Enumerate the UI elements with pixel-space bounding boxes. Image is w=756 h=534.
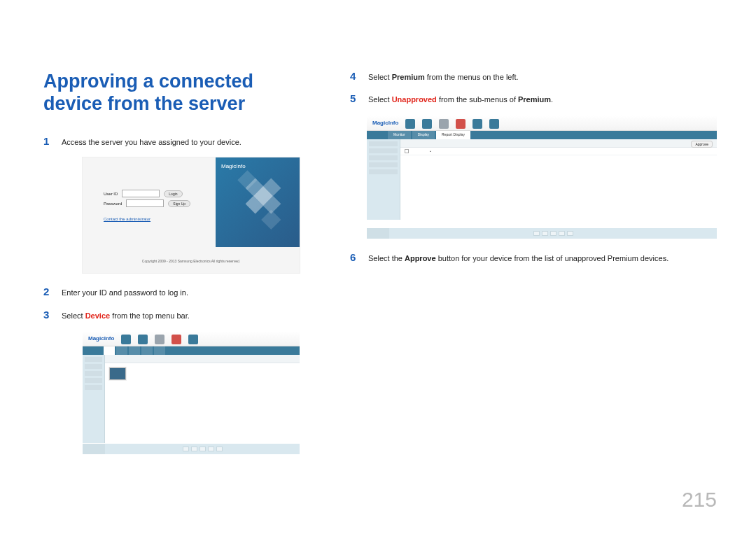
step-5: 5 Select Unapproved from the sub-menus o…: [350, 92, 717, 105]
userid-label: User ID: [104, 192, 118, 196]
step-text: Select Premium from the menus on the lef…: [368, 72, 519, 83]
login-graphic: MagicInfo: [216, 157, 300, 247]
app-brand: MagicInfo: [88, 335, 114, 342]
step-1: 1 Access the server you have assigned to…: [43, 135, 315, 148]
nav-icon[interactable]: [138, 335, 148, 344]
step-number: 3: [43, 309, 52, 321]
step-6: 6 Select the Approve button for your dev…: [350, 251, 717, 264]
sidebar-item[interactable]: [85, 378, 102, 383]
sub-tab[interactable]: [129, 346, 140, 355]
sidebar-item[interactable]: [369, 162, 398, 167]
page-number: 215: [682, 488, 717, 512]
signup-button[interactable]: Sign Up: [168, 200, 190, 207]
sidebar-item[interactable]: [369, 148, 398, 153]
nav-icon[interactable]: [188, 335, 198, 344]
screenshot-unapproved-list: MagicInfo Monitor Display Report Display: [367, 115, 717, 239]
step-text: Select Unapproved from the sub-menus of …: [368, 94, 553, 105]
step-text: Select the Approve button for your devic…: [368, 253, 668, 264]
toolbar: Approve: [400, 139, 717, 148]
step-3: 3 Select Device from the top menu bar.: [43, 309, 315, 321]
step-number: 6: [350, 251, 358, 263]
page-title: Approving a connected device from the se…: [43, 70, 315, 115]
row-checkbox[interactable]: [405, 149, 409, 153]
toolbar: [105, 355, 300, 363]
nav-icon[interactable]: [489, 119, 499, 129]
sidebar-item[interactable]: [85, 357, 102, 362]
device-thumbnail[interactable]: [109, 367, 126, 380]
step-number: 4: [350, 70, 358, 82]
copyright-text: Copyright 2009 - 2013 Samsung Electronic…: [83, 259, 300, 263]
step-number: 2: [43, 286, 52, 297]
step-text: Select Device from the top menu bar.: [62, 311, 190, 321]
sub-tab[interactable]: Display: [412, 131, 435, 139]
nav-icon[interactable]: [439, 119, 449, 129]
step-2: 2 Enter your ID and password to log in.: [43, 286, 315, 298]
sidebar-item[interactable]: [369, 141, 398, 146]
step-text: Enter your ID and password to log in.: [62, 288, 188, 298]
nav-icon[interactable]: [472, 119, 482, 129]
sub-tab[interactable]: [141, 346, 153, 355]
table-row[interactable]: ▪: [400, 148, 717, 155]
login-button[interactable]: Login: [164, 190, 182, 197]
sub-tab[interactable]: Report Display: [436, 131, 470, 139]
password-label: Password: [104, 202, 122, 206]
nav-icon[interactable]: [405, 119, 415, 129]
sidebar-item[interactable]: [85, 385, 102, 390]
step-number: 1: [43, 135, 52, 147]
nav-icon[interactable]: [456, 119, 465, 129]
screenshot-login: User ID Login Password Sign Up Contact t…: [83, 157, 300, 273]
sub-tab[interactable]: Monitor: [388, 131, 411, 139]
sidebar-item[interactable]: [85, 364, 102, 369]
step-number: 5: [350, 92, 358, 104]
userid-input[interactable]: [122, 190, 160, 197]
sidebar-item[interactable]: [369, 155, 398, 160]
step-4: 4 Select Premium from the menus on the l…: [350, 70, 717, 83]
sub-tab[interactable]: [154, 346, 165, 355]
step-text: Access the server you have assigned to y…: [62, 137, 241, 148]
app-brand: MagicInfo: [372, 120, 398, 126]
sub-tab[interactable]: [116, 346, 127, 355]
sidebar-item[interactable]: [85, 371, 102, 376]
contact-admin-link[interactable]: Contact the administrator: [104, 217, 202, 221]
sub-tab[interactable]: [104, 346, 115, 355]
nav-icon[interactable]: [121, 335, 131, 344]
screenshot-device-menu: MagicInfo: [83, 331, 300, 454]
decorative-diamond-icon: [253, 186, 273, 206]
sidebar-item[interactable]: [369, 169, 398, 174]
nav-icon[interactable]: [172, 335, 181, 344]
approve-button[interactable]: Approve: [691, 141, 713, 148]
nav-icon[interactable]: [155, 335, 164, 344]
nav-icon[interactable]: [422, 119, 432, 129]
password-input[interactable]: [126, 199, 164, 207]
brand-label: MagicInfo: [221, 163, 246, 169]
